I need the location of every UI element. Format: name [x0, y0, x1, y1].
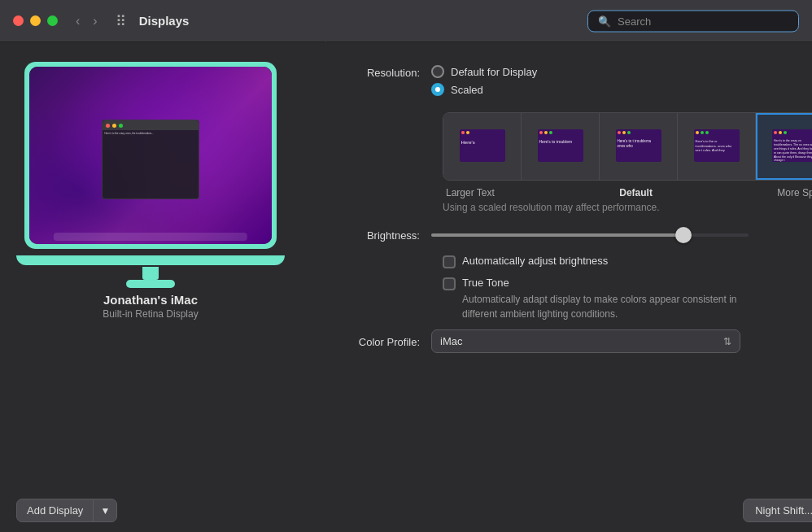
imac-screen-bezel: Here's to the crazy ones, the troublemak… [29, 67, 272, 244]
color-profile-value: iMac [440, 335, 462, 347]
imac-chin [16, 255, 285, 265]
thumb-content-4: Here's to the cr troublemakers. ones who… [694, 129, 740, 162]
auto-brightness-label: Automatically adjust brightness [462, 255, 608, 267]
dot-yellow-3 [622, 131, 626, 134]
thumb-1[interactable]: Here's [443, 113, 522, 180]
select-arrow-icon: ⇅ [723, 336, 731, 347]
imac-window: Here's to the crazy ones, the troublemak… [102, 120, 199, 199]
thumb-text-1: Here's [461, 139, 504, 146]
label-more-space: More Space [777, 187, 812, 198]
imac-stand-neck [142, 267, 159, 280]
true-tone-label: True Tone [462, 277, 771, 289]
settings-content: Resolution: Default for Display Scaled [301, 42, 812, 532]
true-tone-text: True Tone Automatically adapt display to… [462, 277, 771, 321]
auto-brightness-text: Automatically adjust brightness [462, 255, 608, 267]
dot-yellow-5 [779, 131, 782, 134]
thumb-5[interactable]: Here's to the crazy on troublemakers. Th… [756, 113, 812, 180]
resolution-row: Resolution: Default for Display Scaled [334, 65, 812, 96]
search-container: 🔍 [587, 10, 799, 32]
resolution-note: Using a scaled resolution may affect per… [443, 202, 812, 213]
thumb-screen-1: Here's [460, 129, 505, 162]
titlebar: ‹ › ⠿ Displays 🔍 [0, 0, 812, 42]
dot-red-3 [618, 131, 621, 134]
brightness-label: Brightness: [334, 228, 431, 242]
label-larger-text: Larger Text [446, 187, 495, 198]
thumb-screen-3: Here's to t troublema ones who [616, 129, 661, 162]
imac-stand [126, 267, 175, 290]
add-display-container: Add Display ▼ [16, 499, 117, 522]
imac-window-titlebar [103, 120, 198, 130]
true-tone-desc: Automatically adapt display to make colo… [462, 292, 771, 321]
bottom-right-buttons: Night Shift... ? [743, 499, 812, 522]
thumb-dots-2 [539, 131, 552, 134]
imac-close [106, 124, 110, 128]
nav-buttons: ‹ › [71, 11, 103, 32]
minimize-button[interactable] [30, 15, 41, 26]
imac-stand-base [126, 280, 175, 288]
brightness-thumb[interactable] [675, 227, 692, 243]
main-content: Here's to the crazy ones, the troublemak… [0, 42, 812, 532]
dot-red-1 [461, 131, 465, 134]
dot-red-2 [539, 131, 543, 134]
thumb-content-1: Here's [460, 129, 505, 162]
search-input[interactable] [618, 15, 788, 27]
window-title: Displays [139, 14, 190, 28]
search-box[interactable]: 🔍 [587, 10, 799, 32]
brightness-slider[interactable] [431, 233, 749, 237]
sidebar: Here's to the crazy ones, the troublemak… [0, 42, 301, 532]
traffic-lights [13, 15, 58, 26]
resolution-labels: Larger Text Default More Space [443, 187, 812, 198]
radio-scaled-item[interactable]: Scaled [431, 83, 537, 96]
thumb-2[interactable]: Here's to troublem [522, 113, 600, 180]
imac-screen-content: Here's to the crazy ones, the troublemak… [29, 67, 272, 244]
brightness-fill [431, 233, 685, 237]
thumb-content-3: Here's to t troublema ones who [616, 129, 661, 162]
dot-green-5 [784, 131, 787, 134]
imac-max [119, 124, 123, 128]
thumb-text-5: Here's to the crazy on troublemakers. Th… [774, 139, 812, 162]
device-name: Jonathan's iMac [103, 293, 198, 307]
dot-green-4b [705, 131, 709, 134]
add-display-button[interactable]: Add Display ▼ [16, 499, 117, 522]
night-shift-button[interactable]: Night Shift... [743, 499, 812, 522]
label-default: Default [619, 187, 653, 198]
radio-scaled[interactable] [431, 83, 444, 96]
forward-button[interactable]: › [88, 11, 102, 32]
back-button[interactable]: ‹ [71, 11, 85, 32]
radio-default-item[interactable]: Default for Display [431, 65, 537, 78]
auto-brightness-row: Automatically adjust brightness [443, 255, 812, 268]
imac-window-body: Here's to the crazy ones, the troublemak… [103, 130, 198, 137]
imac-dock [54, 233, 247, 241]
thumb-dots-4 [696, 131, 709, 134]
dot-red-5 [774, 131, 777, 134]
dot-green-2 [549, 131, 552, 134]
true-tone-checkbox[interactable] [443, 277, 456, 290]
dot-yellow-1 [466, 131, 469, 134]
add-display-main[interactable]: Add Display [17, 499, 93, 521]
grid-button[interactable]: ⠿ [109, 9, 133, 33]
close-button[interactable] [13, 15, 24, 26]
color-profile-row: Color Profile: iMac ⇅ [334, 329, 812, 353]
thumb-content-2: Here's to troublem [538, 129, 583, 162]
imac-screen-outer: Here's to the crazy ones, the troublemak… [24, 62, 277, 249]
add-display-chevron[interactable]: ▼ [93, 500, 116, 521]
thumb-dots-5 [774, 131, 787, 134]
resolution-thumbnails: Here's Here's to troublem [443, 112, 812, 181]
search-icon: 🔍 [598, 15, 611, 27]
radio-default[interactable] [431, 65, 444, 78]
true-tone-row: True Tone Automatically adapt display to… [443, 277, 812, 321]
thumb-dots-3 [618, 131, 631, 134]
thumb-screen-2: Here's to troublem [538, 129, 583, 162]
maximize-button[interactable] [47, 15, 58, 26]
resolution-radio-group: Default for Display Scaled [431, 65, 537, 96]
thumb-text-3: Here's to t troublema ones who [618, 139, 660, 150]
thumb-4[interactable]: Here's to the cr troublemakers. ones who… [678, 113, 756, 180]
auto-brightness-checkbox[interactable] [443, 255, 456, 268]
color-profile-select[interactable]: iMac ⇅ [431, 329, 740, 353]
thumb-screen-5: Here's to the crazy on troublemakers. Th… [772, 129, 812, 162]
thumb-screen-4: Here's to the cr troublemakers. ones who… [694, 129, 740, 162]
radio-scaled-label: Scaled [451, 84, 483, 96]
brightness-row: Brightness: [334, 228, 812, 242]
thumb-3[interactable]: Here's to t troublema ones who [600, 113, 678, 180]
color-profile-label: Color Profile: [334, 334, 431, 348]
